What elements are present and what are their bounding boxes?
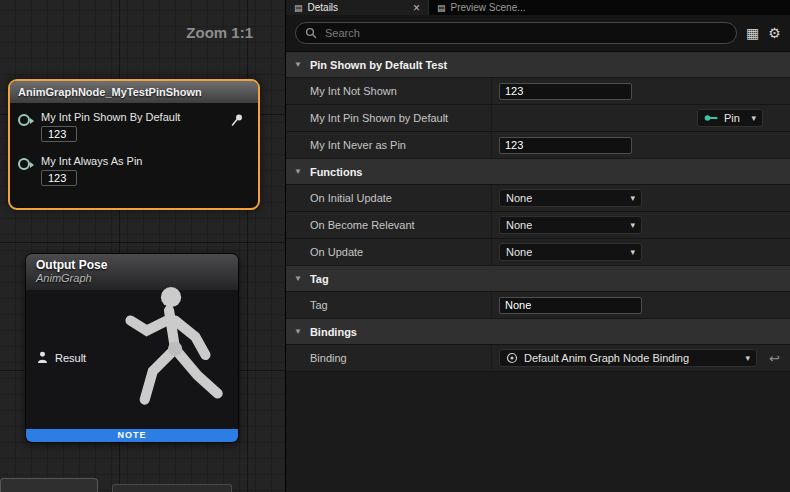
result-pin[interactable]: Result bbox=[36, 351, 86, 364]
int-pin-icon[interactable] bbox=[18, 158, 30, 170]
property-label: On Initial Update bbox=[286, 185, 491, 211]
pose-pin-icon bbox=[36, 351, 49, 364]
node-title[interactable]: AnimGraphNode_MyTestPinShown bbox=[10, 81, 258, 103]
node-title: Output Pose bbox=[36, 258, 228, 272]
panel-tab-bar: ▤ Details × ▤ Preview Scene... bbox=[286, 0, 790, 15]
pin-row-shown-by-default: My Int Pin Shown By Default 123 bbox=[18, 111, 252, 142]
function-dropdown[interactable]: None ▾ bbox=[499, 189, 642, 207]
property-row-on-initial-update: On Initial Update None ▾ bbox=[286, 185, 790, 212]
property-label: My Int Not Shown bbox=[286, 78, 491, 104]
chevron-down-icon: ▾ bbox=[745, 353, 750, 363]
search-icon bbox=[305, 27, 317, 39]
dropdown-value: None bbox=[506, 219, 532, 231]
details-panel: ▤ Details × ▤ Preview Scene... ▦ ⚙ ▼ bbox=[285, 0, 790, 492]
pin-row-always-as-pin: My Int Always As Pin 123 bbox=[18, 155, 252, 186]
display-options-icon[interactable]: ▦ bbox=[746, 26, 759, 40]
tab-label: Preview Scene... bbox=[451, 2, 526, 13]
pin-value-field[interactable]: 123 bbox=[41, 126, 77, 142]
mannequin-figure bbox=[102, 282, 234, 434]
settings-gear-icon[interactable]: ⚙ bbox=[768, 26, 781, 40]
property-row-tag: Tag bbox=[286, 292, 790, 319]
chevron-down-icon: ▾ bbox=[751, 113, 756, 123]
property-label: My Int Pin Shown by Default bbox=[286, 105, 491, 131]
preview-tab-icon: ▤ bbox=[437, 3, 446, 13]
chevron-down-icon[interactable]: ▼ bbox=[294, 167, 302, 176]
details-tab-icon: ▤ bbox=[294, 3, 303, 13]
int-pin-icon[interactable] bbox=[18, 114, 30, 126]
tag-input[interactable] bbox=[499, 297, 642, 314]
property-label: Tag bbox=[286, 292, 491, 318]
property-label: My Int Never as Pin bbox=[286, 132, 491, 158]
section-functions[interactable]: ▼ Functions bbox=[286, 159, 790, 185]
search-box[interactable] bbox=[295, 22, 737, 44]
search-toolbar: ▦ ⚙ bbox=[286, 15, 790, 52]
dropdown-value: None bbox=[506, 192, 532, 204]
pin-value-field[interactable]: 123 bbox=[41, 170, 77, 186]
chevron-down-icon: ▾ bbox=[630, 193, 635, 203]
function-dropdown[interactable]: None ▾ bbox=[499, 216, 642, 234]
property-row-my-int-pin-shown-by-default: My Int Pin Shown by Default Pin ▾ bbox=[286, 105, 790, 132]
tab-details[interactable]: ▤ Details × bbox=[286, 0, 428, 15]
property-row-on-update: On Update None ▾ bbox=[286, 239, 790, 266]
section-title: Pin Shown by Default Test bbox=[310, 59, 447, 71]
int-value-input[interactable] bbox=[499, 137, 632, 154]
search-input[interactable] bbox=[323, 26, 727, 40]
int-value-input[interactable] bbox=[499, 83, 632, 100]
zoom-level-label: Zoom 1:1 bbox=[186, 24, 253, 41]
binding-dropdown[interactable]: Default Anim Graph Node Binding ▾ bbox=[499, 349, 757, 367]
partial-node[interactable] bbox=[0, 478, 98, 492]
animgraph-canvas[interactable]: Zoom 1:1 AnimGraphNode_MyTestPinShown My… bbox=[0, 0, 285, 492]
close-tab-icon[interactable]: × bbox=[413, 2, 420, 14]
function-dropdown[interactable]: None ▾ bbox=[499, 243, 642, 261]
dropdown-value: Pin bbox=[724, 112, 740, 124]
pin-thumbtack-icon[interactable] bbox=[230, 113, 244, 127]
result-pin-label: Result bbox=[55, 352, 86, 364]
pin-icon bbox=[704, 112, 718, 124]
partial-node[interactable] bbox=[112, 484, 232, 492]
binding-class-icon bbox=[506, 352, 518, 364]
chevron-down-icon[interactable]: ▼ bbox=[294, 60, 302, 69]
pin-label: My Int Pin Shown By Default bbox=[41, 111, 180, 123]
property-label: Binding bbox=[286, 345, 491, 371]
node-animgraphnode-mytestpinshown[interactable]: AnimGraphNode_MyTestPinShown My Int Pin … bbox=[8, 79, 260, 210]
node-output-pose[interactable]: Output Pose AnimGraph Result NOTE bbox=[25, 253, 239, 443]
property-row-my-int-not-shown: My Int Not Shown bbox=[286, 78, 790, 105]
chevron-down-icon[interactable]: ▼ bbox=[294, 274, 302, 283]
node-body: My Int Pin Shown By Default 123 My Int A… bbox=[10, 103, 258, 186]
chevron-down-icon: ▾ bbox=[630, 220, 635, 230]
chevron-down-icon[interactable]: ▼ bbox=[294, 327, 302, 336]
section-tag[interactable]: ▼ Tag bbox=[286, 266, 790, 292]
tab-preview-scene[interactable]: ▤ Preview Scene... bbox=[428, 0, 540, 15]
section-title: Bindings bbox=[310, 326, 357, 338]
tab-label: Details bbox=[308, 2, 339, 13]
section-title: Functions bbox=[310, 166, 363, 178]
section-title: Tag bbox=[310, 273, 329, 285]
chevron-down-icon: ▾ bbox=[630, 247, 635, 257]
pin-mode-dropdown[interactable]: Pin ▾ bbox=[697, 109, 763, 127]
section-pin-shown-by-default-test[interactable]: ▼ Pin Shown by Default Test bbox=[286, 52, 790, 78]
property-row-on-become-relevant: On Become Relevant None ▾ bbox=[286, 212, 790, 239]
property-row-my-int-never-as-pin: My Int Never as Pin bbox=[286, 132, 790, 159]
note-banner[interactable]: NOTE bbox=[26, 429, 238, 442]
pin-label: My Int Always As Pin bbox=[41, 155, 142, 167]
property-label: On Become Relevant bbox=[286, 212, 491, 238]
property-row-binding: Binding Default Anim Graph Node Binding … bbox=[286, 345, 790, 372]
section-bindings[interactable]: ▼ Bindings bbox=[286, 319, 790, 345]
dropdown-value: Default Anim Graph Node Binding bbox=[524, 352, 689, 364]
dropdown-value: None bbox=[506, 246, 532, 258]
bind-reset-icon[interactable]: ↩ bbox=[769, 352, 780, 365]
unreal-editor-window: Zoom 1:1 AnimGraphNode_MyTestPinShown My… bbox=[0, 0, 790, 492]
property-label: On Update bbox=[286, 239, 491, 265]
